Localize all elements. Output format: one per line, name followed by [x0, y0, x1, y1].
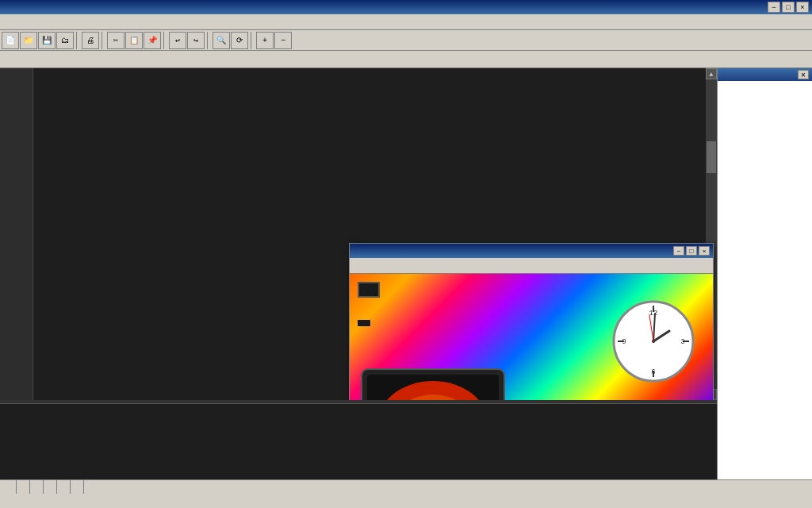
popup-minimize-button[interactable]: −	[673, 246, 684, 256]
popup-title-bar: − □ ×	[350, 244, 713, 258]
status-position	[44, 480, 57, 494]
svg-text:9: 9	[622, 338, 626, 346]
editor-wrapper: ▲ ▼ − □ ×	[0, 68, 717, 400]
find-button[interactable]: 🔍	[213, 32, 230, 49]
popup-close-button[interactable]: ×	[699, 246, 710, 256]
svg-text:12: 12	[649, 310, 658, 318]
popup-content: 12 6 9 3	[350, 274, 713, 400]
status-eol	[57, 480, 71, 494]
cut-button[interactable]: ✂	[107, 32, 124, 49]
status-length	[17, 480, 30, 494]
scroll-thumb[interactable]	[707, 141, 716, 173]
copy-button[interactable]: 📋	[125, 32, 143, 49]
redo-button[interactable]: ↪	[187, 32, 205, 49]
function-list-items[interactable]	[718, 81, 812, 479]
close-button[interactable]: ×	[796, 2, 809, 13]
console-area	[0, 400, 717, 479]
zoom-in-button[interactable]: +	[256, 32, 274, 49]
date-display	[358, 320, 370, 326]
svg-text:3: 3	[680, 338, 684, 346]
function-list-header: ×	[718, 68, 812, 81]
popup-menu	[350, 258, 713, 274]
toolbar-sep-4	[207, 32, 210, 49]
editor-console-area: ▲ ▼ − □ ×	[0, 68, 717, 479]
function-list-close-button[interactable]: ×	[798, 70, 809, 79]
replace-button[interactable]: ⟳	[231, 32, 248, 49]
toolbar-sep-3	[163, 32, 167, 49]
tab-bar	[0, 51, 812, 68]
menu-bar	[0, 14, 812, 30]
open-button[interactable]: 📁	[20, 32, 37, 49]
maximize-button[interactable]: □	[782, 2, 795, 13]
new-button[interactable]: 📄	[2, 32, 19, 49]
undo-button[interactable]: ↩	[169, 32, 186, 49]
svg-text:6: 6	[651, 368, 655, 376]
toolbar-sep-5	[251, 32, 254, 49]
main-area: ▲ ▼ − □ ×	[0, 68, 812, 479]
popup-maximize-button[interactable]: □	[686, 246, 697, 256]
popup-title-buttons: − □ ×	[673, 246, 710, 256]
title-bar: − □ ×	[0, 0, 812, 14]
popup-window[interactable]: − □ ×	[349, 243, 714, 400]
save-button[interactable]: 💾	[38, 32, 56, 49]
paste-button[interactable]: 📌	[144, 32, 161, 49]
scroll-up-button[interactable]: ▲	[706, 68, 717, 79]
title-bar-buttons: − □ ×	[768, 2, 809, 13]
toolbar-sep-2	[102, 32, 105, 49]
toolbar: 📄 📁 💾 🗂 🖨 ✂ 📋 📌 ↩ ↪ 🔍 ⟳ + −	[0, 30, 812, 51]
status-lines	[30, 480, 44, 494]
function-list-panel: ×	[717, 68, 812, 479]
status-filetype	[3, 480, 17, 494]
digital-clock	[358, 282, 380, 298]
analog-clock: 12 6 9 3	[610, 298, 697, 385]
status-encoding	[71, 480, 84, 494]
console-content[interactable]	[0, 404, 717, 479]
status-insert	[84, 480, 97, 494]
save-all-button[interactable]: 🗂	[56, 32, 74, 49]
print-button[interactable]: 🖨	[82, 32, 99, 49]
minimize-button[interactable]: −	[768, 2, 780, 13]
monitor-graphic	[358, 365, 508, 400]
line-numbers	[0, 68, 33, 400]
status-bar	[0, 479, 812, 494]
toolbar-sep-1	[76, 32, 79, 49]
zoom-out-button[interactable]: −	[274, 32, 292, 49]
popup-background: 12 6 9 3	[350, 274, 713, 400]
